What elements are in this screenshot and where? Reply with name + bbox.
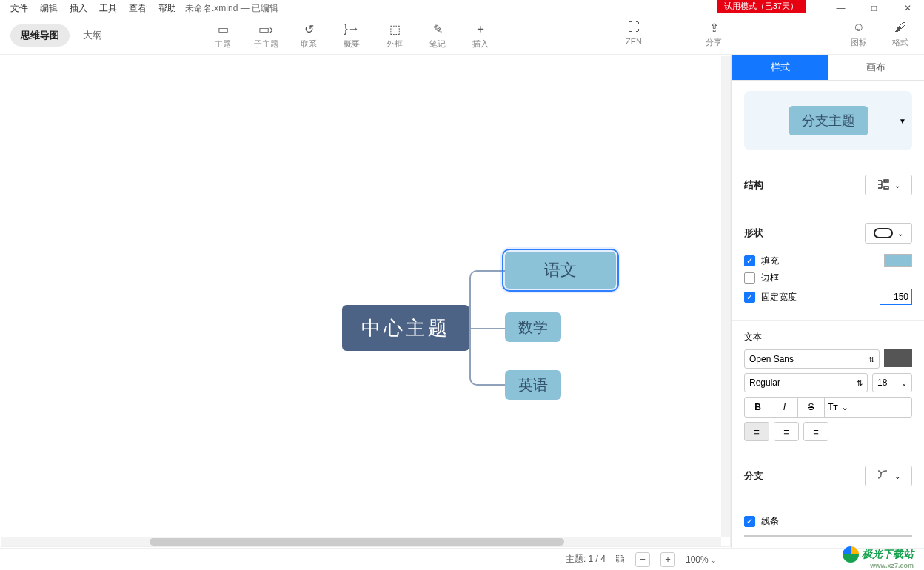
- branch-topic-3[interactable]: 英语: [505, 370, 561, 400]
- font-weight-select[interactable]: Regular⇅: [744, 373, 868, 392]
- branch-topic-2[interactable]: 数学: [505, 312, 561, 342]
- chevron-down-icon: ⌄: [894, 181, 900, 190]
- insert-icon: ＋: [459, 21, 502, 37]
- label-shape: 形状: [744, 227, 763, 240]
- align-center-button[interactable]: ≡: [774, 422, 799, 441]
- branch-topic-1[interactable]: 语文: [505, 252, 616, 289]
- central-topic[interactable]: 中心主题: [342, 305, 469, 351]
- structure-select[interactable]: ⌄: [865, 175, 912, 195]
- menu-insert[interactable]: 插入: [64, 1, 93, 16]
- zoom-in-button[interactable]: +: [660, 552, 675, 567]
- scrollbar-thumb[interactable]: [150, 538, 564, 546]
- font-size-select[interactable]: 18⌄: [872, 373, 912, 392]
- tool-boundary[interactable]: ⬚外框: [373, 21, 416, 50]
- watermark: 极光下载站 www.xz7.com: [843, 546, 914, 563]
- summary-icon: }→: [330, 21, 373, 37]
- status-bar: 主题: 1 / 4 ⿻ − + 100% ⌄: [0, 548, 924, 570]
- format-panel: 样式 画布 分支主题 ▼ 结构 ⌄ 形状: [732, 55, 924, 548]
- window-close[interactable]: ✕: [891, 0, 924, 16]
- bold-button[interactable]: B: [745, 398, 771, 417]
- zoom-out-button[interactable]: −: [635, 552, 650, 567]
- menu-help[interactable]: 帮助: [153, 1, 182, 16]
- tool-format[interactable]: 🖌格式: [883, 19, 918, 48]
- menu-edit[interactable]: 编辑: [34, 1, 64, 16]
- label-border: 边框: [761, 272, 779, 284]
- brush-icon: 🖌: [883, 19, 918, 36]
- map-overview-icon[interactable]: ⿻: [616, 554, 625, 565]
- chevron-down-icon[interactable]: ▼: [899, 117, 906, 125]
- tool-relationship[interactable]: ↺联系: [287, 21, 330, 50]
- connector: [469, 270, 505, 328]
- menu-bar: 文件 编辑 插入 工具 查看 帮助 未命名.xmind — 已编辑 试用模式（已…: [0, 0, 924, 16]
- menu-file[interactable]: 文件: [4, 1, 34, 16]
- panel-tab-canvas[interactable]: 画布: [828, 55, 925, 81]
- tool-icons[interactable]: ☺图标: [841, 19, 877, 48]
- rounded-rect-icon: [874, 228, 893, 238]
- checkbox-fixed-width[interactable]: ✓: [744, 292, 755, 303]
- fill-color-swatch[interactable]: [884, 254, 912, 267]
- tool-subtopic[interactable]: ▭›子主题: [244, 21, 287, 50]
- relationship-icon: ↺: [287, 21, 330, 37]
- chevron-down-icon: ⌄: [894, 472, 900, 480]
- chevron-down-icon: ⌄: [711, 557, 717, 564]
- tool-zen[interactable]: ⛶ZEN: [616, 19, 652, 48]
- tool-topic[interactable]: ▭主题: [201, 21, 244, 50]
- tab-outline[interactable]: 大纲: [73, 24, 113, 47]
- canvas[interactable]: 中心主题 语文 数学 英语: [1, 56, 731, 547]
- tool-summary[interactable]: }→概要: [330, 21, 373, 50]
- fixed-width-input[interactable]: [880, 289, 912, 305]
- stepper-icon: ⇅: [868, 355, 874, 363]
- checkbox-line[interactable]: ✓: [744, 516, 755, 527]
- style-preview[interactable]: 分支主题 ▼: [744, 91, 912, 150]
- tab-mindmap[interactable]: 思维导图: [10, 24, 70, 47]
- scrollbar-horizontal[interactable]: [1, 537, 721, 546]
- zoom-level[interactable]: 100% ⌄: [686, 554, 717, 565]
- window-minimize[interactable]: —: [824, 0, 857, 16]
- checkbox-border[interactable]: [744, 272, 755, 284]
- toolbar: 思维导图 大纲 ▭主题 ▭›子主题 ↺联系 }→概要 ⬚外框 ✎笔记 ＋插入 ⛶…: [0, 16, 924, 55]
- connector: [469, 328, 505, 386]
- tool-insert[interactable]: ＋插入: [459, 21, 502, 50]
- main-area: 中心主题 语文 数学 英语 样式 画布 分支主题 ▼ 结构: [0, 55, 924, 548]
- document-title: 未命名.xmind — 已编辑: [185, 2, 278, 15]
- branch-shape-select[interactable]: ⌄: [865, 466, 912, 486]
- watermark-logo-icon: [843, 546, 859, 563]
- smiley-icon: ☺: [841, 19, 877, 36]
- align-right-button[interactable]: ≡: [803, 422, 828, 441]
- share-icon: ⇪: [696, 19, 732, 36]
- strike-button[interactable]: S: [798, 398, 825, 417]
- topic-icon: ▭: [201, 21, 244, 37]
- text-color-swatch[interactable]: [884, 349, 912, 367]
- text-transform-button[interactable]: Tᴛ ⌄: [825, 398, 851, 417]
- label-fill: 填充: [761, 255, 779, 267]
- tool-share[interactable]: ⇪分享: [696, 19, 732, 48]
- tool-note[interactable]: ✎笔记: [416, 21, 459, 50]
- label-text: 文本: [744, 331, 912, 343]
- scrollbar-vertical[interactable]: [721, 56, 730, 537]
- label-line: 线条: [761, 515, 779, 528]
- italic-button[interactable]: I: [771, 398, 798, 417]
- subtopic-icon: ▭›: [244, 21, 287, 37]
- stepper-icon: ⇅: [857, 379, 863, 387]
- preview-node: 分支主题: [789, 106, 868, 135]
- window-maximize[interactable]: □: [857, 0, 891, 16]
- panel-tab-style[interactable]: 样式: [732, 55, 828, 81]
- chevron-down-icon: ⌄: [901, 379, 907, 387]
- trial-badge: 试用模式（已37天）: [717, 0, 806, 13]
- boundary-icon: ⬚: [373, 21, 416, 37]
- note-icon: ✎: [416, 21, 459, 37]
- label-structure: 结构: [744, 178, 763, 192]
- structure-icon: [877, 178, 890, 192]
- topic-count: 主题: 1 / 4: [566, 553, 606, 566]
- font-family-select[interactable]: Open Sans⇅: [744, 349, 880, 369]
- zen-icon: ⛶: [616, 19, 652, 36]
- menu-view[interactable]: 查看: [123, 1, 153, 16]
- chevron-down-icon: ⌄: [897, 229, 903, 238]
- menu-tools[interactable]: 工具: [93, 1, 123, 16]
- shape-select[interactable]: ⌄: [865, 223, 912, 244]
- line-width-slider[interactable]: [744, 535, 912, 537]
- label-branch: 分支: [744, 469, 763, 483]
- branch-curve-icon: [877, 469, 890, 483]
- checkbox-fill[interactable]: ✓: [744, 255, 755, 266]
- align-left-button[interactable]: ≡: [744, 422, 769, 441]
